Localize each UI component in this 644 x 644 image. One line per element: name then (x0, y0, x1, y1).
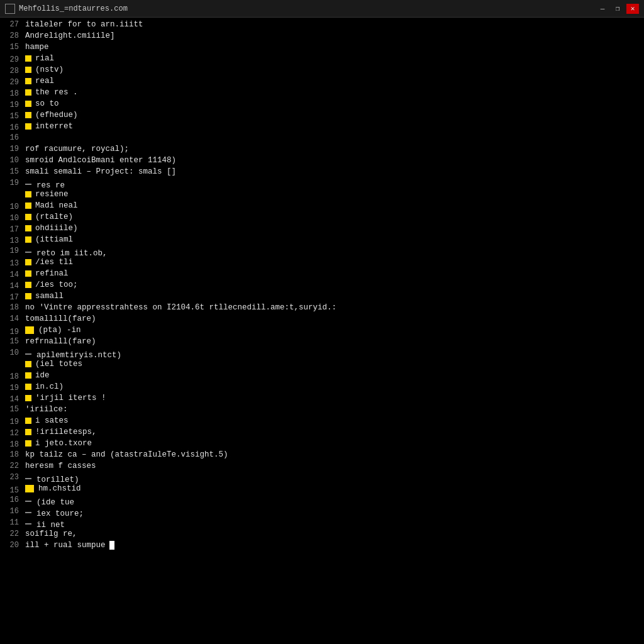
line-text: ide (25, 371, 50, 380)
line-text: (efhedue) (25, 111, 78, 119)
bullet-dash-icon (25, 512, 31, 513)
bullet-yellow-icon (25, 203, 31, 209)
window-icon (5, 4, 15, 14)
line-text: ill + rual sumpue (25, 541, 114, 550)
title-bar-controls: — ❐ ✕ (596, 4, 639, 14)
bullet-yellow-lg-icon (25, 485, 34, 492)
line-number: 18 (1, 303, 19, 312)
line-text: refinal (25, 269, 69, 278)
line-text: ii net (25, 521, 65, 530)
line-text: real (25, 77, 54, 86)
line-number: 18 (1, 372, 19, 381)
code-line: 16iex toure; (0, 507, 644, 518)
code-line: 10apilemtiryis.ntct) (0, 348, 644, 360)
code-line: 16 (0, 133, 644, 145)
code-line: 19i sates (0, 416, 644, 428)
code-line: 28(nstv) (0, 65, 644, 77)
line-number: 22 (1, 530, 19, 538)
line-number: 15 (1, 112, 19, 121)
line-number: 13 (1, 236, 19, 245)
line-text: apilemtiryis.ntct) (25, 351, 121, 360)
code-line: 14/ies too; (0, 280, 644, 292)
code-line: 15hampe (0, 43, 644, 54)
bullet-yellow-icon (25, 78, 31, 84)
line-number: 19 (1, 328, 19, 336)
code-line: 10Madi neal (0, 201, 644, 213)
code-line: 14tomallill(fare) (0, 314, 644, 326)
code-line: 18no 'Vintre appresstrahtess on I2104.6t… (0, 303, 644, 314)
line-number: 10 (1, 156, 19, 165)
line-number: 18 (1, 450, 19, 459)
title-bar: Mehfollis_=ndtaurres.com — ❐ ✕ (0, 0, 644, 18)
line-text: Andrelight.cmiiile] (25, 31, 115, 40)
bullet-yellow-icon (25, 440, 31, 447)
line-number: 12 (1, 429, 19, 438)
bullet-yellow-icon (25, 236, 31, 243)
line-number: 14 (1, 270, 19, 279)
line-text: hm.chstid (25, 484, 81, 493)
restore-button[interactable]: ❐ (611, 4, 624, 14)
bullet-yellow-icon (25, 259, 31, 265)
code-line: 19reto im iit.ob, (0, 247, 644, 258)
title-bar-left: Mehfollis_=ndtaurres.com (5, 4, 128, 14)
line-text: !iriiletesps, (25, 428, 97, 436)
code-line: 15refrnalll(fare) (0, 337, 644, 348)
line-text: i sates (25, 416, 69, 425)
code-line: 29real (0, 77, 644, 88)
line-number: 29 (1, 55, 19, 64)
code-line: 20ill + rual sumpue (0, 541, 644, 552)
line-number: 14 (1, 395, 19, 404)
line-text: /ies too; (25, 280, 78, 289)
line-number: 29 (1, 78, 19, 87)
code-editor[interactable]: 27italeler for to arn.iiitt28Andrelight.… (0, 18, 644, 644)
minimize-button[interactable]: — (596, 4, 609, 14)
bullet-yellow-icon (25, 361, 31, 367)
bullet-yellow-icon (25, 293, 31, 299)
bullet-yellow-icon (25, 282, 31, 288)
code-line: 16interret (0, 122, 644, 133)
code-line: 18i jeto.txore (0, 439, 644, 450)
line-number: 23 (1, 473, 19, 482)
code-line: 14'irjil iterts ! (0, 394, 644, 405)
line-text: (pta) -in (25, 326, 81, 335)
line-number: 15 (1, 486, 19, 495)
line-text: italeler for to arn.iiitt (25, 20, 143, 29)
bullet-yellow-icon (25, 270, 31, 277)
code-line: 18the res . (0, 88, 644, 99)
line-text: heresm f casses (25, 462, 96, 470)
bullet-dash-icon (25, 501, 31, 502)
code-line: 15(efhedue) (0, 111, 644, 122)
line-number: 16 (1, 507, 19, 516)
line-text: so to (25, 99, 59, 108)
line-number: 19 (1, 179, 19, 187)
line-text: (ittiaml (25, 235, 73, 244)
bullet-dash-icon (25, 353, 31, 355)
line-text: Madi neal (25, 201, 78, 210)
code-line: 13(ittiaml (0, 235, 644, 247)
bullet-yellow-icon (25, 372, 31, 379)
code-line: 23torillet) (0, 473, 644, 484)
line-text: i jeto.txore (25, 439, 92, 448)
line-text: /ies tli (25, 258, 73, 267)
line-number: 10 (1, 203, 19, 211)
code-line: 17samall (0, 292, 644, 303)
line-number: 15 (1, 337, 19, 346)
bullet-dash-icon (25, 252, 31, 253)
line-text: ohdiiile) (25, 224, 78, 233)
line-number: 15 (1, 405, 19, 414)
code-line: 19rof racumure, roycal); (0, 145, 644, 156)
line-number: 16 (1, 123, 19, 132)
line-text: tomallill(fare) (25, 314, 96, 323)
bullet-yellow-icon (25, 418, 31, 424)
bullet-yellow-icon (25, 123, 31, 130)
line-number: 13 (1, 259, 19, 268)
code-line: 16(ide tue (0, 496, 644, 507)
bullet-yellow-icon (25, 225, 31, 231)
line-number: 14 (1, 282, 19, 291)
code-line: 12!iriiletesps, (0, 428, 644, 439)
bullet-dash-icon (25, 523, 31, 525)
line-text: rial (25, 54, 54, 63)
line-number: 10 (1, 348, 19, 357)
close-button[interactable]: ✕ (626, 4, 639, 14)
bullet-yellow-icon (25, 67, 31, 73)
